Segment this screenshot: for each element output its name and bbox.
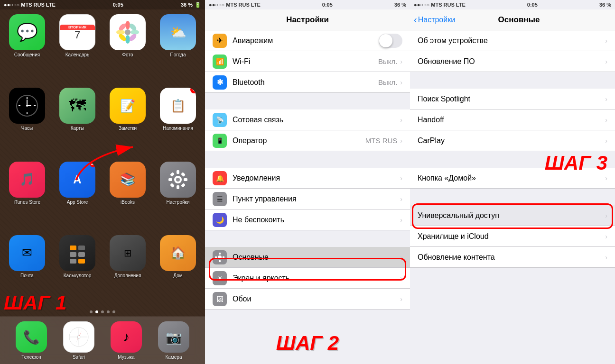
app-ibooks-icon: 📚: [110, 162, 146, 198]
general-row-storage[interactable]: Хранилище и iCloud ›: [410, 226, 615, 247]
svg-rect-31: [78, 252, 85, 257]
settings-label-cellular: Сотовая связь: [233, 116, 400, 124]
general-label-spotlight: Поиск Spotlight: [418, 95, 605, 103]
app-appstore-label: App Store: [67, 200, 88, 205]
svg-rect-25: [181, 172, 186, 177]
general-row-home-button[interactable]: Кнопка «Домой» ›: [410, 168, 615, 189]
settings-row-general[interactable]: Основные ›: [205, 247, 410, 268]
battery-2: 36 %: [394, 2, 406, 8]
app-messages[interactable]: 💬 Сообщения: [4, 14, 50, 84]
dock-safari-label: Safari: [73, 355, 85, 360]
general-row-about[interactable]: Об этом устройстве ›: [410, 30, 615, 51]
settings-row-wifi[interactable]: 📶 Wi-Fi Выкл. ›: [205, 51, 410, 72]
section-gap-1: [205, 93, 410, 109]
app-maps-icon: 🗺: [59, 88, 95, 124]
app-maps-label: Карты: [71, 126, 84, 131]
app-settings[interactable]: Настройки: [155, 162, 201, 231]
dock-music[interactable]: ♪ Музыка: [102, 321, 150, 360]
svg-rect-33: [78, 259, 85, 264]
settings-row-display[interactable]: ☀ Экран и яркость ›: [205, 268, 410, 289]
carrier-3: ●●○○○ MTS RUS LTE: [414, 2, 466, 8]
svg-point-2: [125, 35, 130, 44]
settings-row-bluetooth[interactable]: ✱ Bluetooth Выкл. ›: [205, 72, 410, 93]
app-extras[interactable]: ⊞ Дополнения: [104, 235, 151, 305]
general-list: Об этом устройстве › Обновление ПО › Пои…: [410, 30, 615, 364]
app-clock-label: Часы: [21, 126, 33, 131]
carrier-info: ●●○○○ MTS RUS LTE: [4, 2, 56, 8]
general-row-carplay[interactable]: CarPlay ›: [410, 130, 615, 151]
general-row-update-content[interactable]: Обновление контента ›: [410, 247, 615, 268]
app-notes-label: Заметки: [119, 126, 137, 131]
svg-rect-28: [70, 246, 76, 250]
panel-general: ●●○○○ MTS RUS LTE 0:05 36 % ‹ Настройки …: [410, 0, 615, 364]
svg-point-0: [125, 29, 130, 35]
app-extras-label: Дополнения: [114, 273, 141, 278]
app-maps[interactable]: 🗺 Карты: [54, 88, 101, 157]
svg-point-17: [26, 105, 28, 107]
app-weather[interactable]: ⛅ Погода: [155, 14, 201, 84]
app-notes[interactable]: 📝 Заметки: [104, 88, 151, 157]
app-home[interactable]: 🏠 Дом: [155, 235, 201, 305]
dock-music-icon: ♪: [111, 321, 142, 353]
settings-row-notifications[interactable]: 🔔 Уведомления ›: [205, 168, 410, 189]
svg-point-19: [176, 178, 180, 182]
section-gap-3: [205, 230, 410, 247]
general-row-accessibility[interactable]: Универсальный доступ ›: [410, 205, 615, 226]
toggle-airplane[interactable]: [379, 34, 402, 48]
back-chevron-icon: ‹: [414, 14, 417, 25]
app-ibooks[interactable]: 📚 iBooks: [104, 162, 151, 231]
dot-2-active: [95, 310, 98, 313]
app-photos-icon: [110, 14, 146, 50]
back-button[interactable]: ‹ Настройки: [414, 14, 455, 25]
app-clock-icon: [9, 88, 45, 124]
chevron-display: ›: [400, 274, 402, 282]
svg-rect-21: [177, 185, 179, 189]
chevron-control: ›: [400, 195, 402, 203]
app-photos[interactable]: Фото: [104, 14, 151, 84]
section-gap-2: [205, 151, 410, 168]
app-messages-label: Сообщения: [14, 52, 40, 57]
dock-phone-label: Телефон: [21, 355, 41, 360]
dock-camera[interactable]: 📷 Камера: [150, 321, 197, 360]
app-appstore[interactable]: A 23 App Store: [54, 162, 101, 231]
settings-nav: Настройки: [205, 9, 410, 30]
app-reminders[interactable]: 📋 1 Напоминания: [155, 88, 201, 157]
battery-1: 36 % 🔋: [181, 2, 201, 8]
app-clock[interactable]: Часы: [4, 88, 50, 157]
settings-row-control[interactable]: ☰ Пункт управления ›: [205, 189, 410, 209]
chevron-home-button: ›: [605, 174, 607, 182]
general-nav: ‹ Настройки Основные: [410, 9, 615, 30]
settings-label-carrier: Оператор: [233, 136, 365, 145]
settings-row-wallpaper[interactable]: 🖼 Обои ›: [205, 289, 410, 309]
app-mail-icon: ✉: [9, 235, 45, 271]
settings-row-carrier[interactable]: 📱 Оператор MTS RUS ›: [205, 130, 410, 151]
general-row-handoff[interactable]: Handoff ›: [410, 109, 615, 130]
svg-rect-45: [215, 256, 217, 258]
settings-row-cellular[interactable]: 📡 Сотовая связь ›: [205, 109, 410, 130]
svg-rect-27: [181, 183, 186, 188]
accessibility-row-container: Универсальный доступ ›: [410, 205, 615, 226]
settings-label-dnd: Не беспокоить: [233, 216, 400, 224]
svg-rect-46: [223, 256, 224, 258]
general-row-update[interactable]: Обновление ПО ›: [410, 51, 615, 72]
settings-icon-control: ☰: [213, 192, 227, 206]
app-itunes[interactable]: 🎵 iTunes Store: [4, 162, 50, 231]
svg-rect-24: [170, 172, 175, 177]
general-row-spotlight[interactable]: Поиск Spotlight ›: [410, 89, 615, 109]
svg-rect-22: [168, 178, 172, 181]
status-bar-2: ●●○○○ MTS RUS LTE 0:05 36 %: [205, 0, 410, 9]
dot-3: [101, 310, 104, 313]
step-1-label: ШАГ 1: [4, 291, 66, 314]
app-ibooks-label: iBooks: [121, 200, 135, 205]
chevron-carrier: ›: [400, 137, 402, 145]
settings-row-dnd[interactable]: 🌙 Не беспокоить ›: [205, 209, 410, 230]
dock-safari[interactable]: Safari: [55, 321, 102, 360]
app-calendar[interactable]: ВТОРНИК 7 Календарь: [54, 14, 101, 84]
app-mail-label: Почта: [20, 273, 34, 278]
dock-phone[interactable]: 📞 Телефон: [8, 321, 55, 360]
general-label-accessibility: Универсальный доступ: [418, 211, 605, 220]
svg-rect-26: [170, 183, 175, 188]
time-3: 0:05: [527, 2, 538, 8]
settings-row-airplane[interactable]: ✈ Авиарежим: [205, 30, 410, 51]
dot-5: [112, 310, 115, 313]
